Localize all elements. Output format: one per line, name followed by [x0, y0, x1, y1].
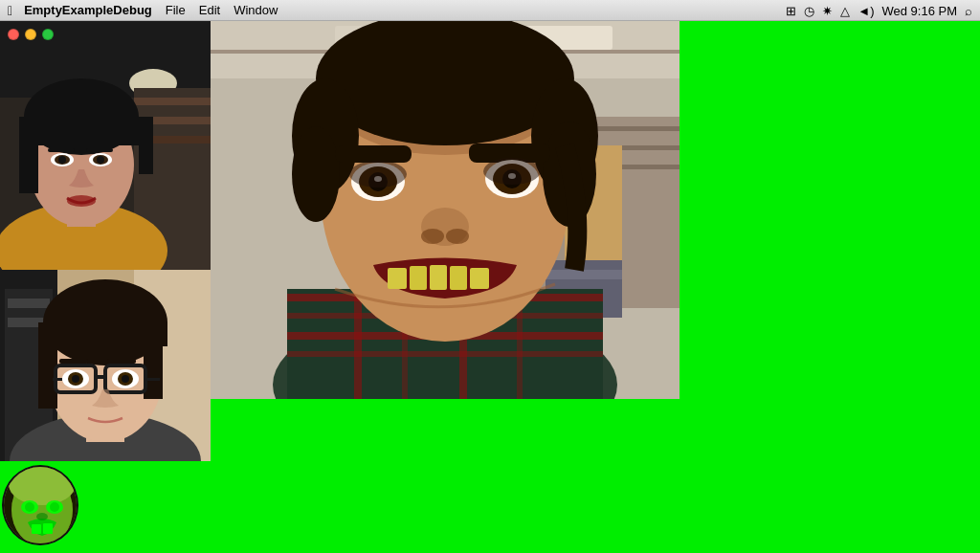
svg-point-22: [67, 195, 96, 207]
svg-rect-35: [546, 270, 622, 279]
menu-bar:  EmptyExampleDebug File Edit Window ⊞ ◷…: [0, 0, 980, 21]
svg-rect-90: [43, 322, 167, 346]
clock-icon[interactable]: ◷: [804, 4, 814, 18]
svg-rect-113: [32, 524, 41, 534]
edit-menu[interactable]: Edit: [199, 3, 220, 17]
time-display: Wed 9:16 PM: [881, 4, 957, 18]
green-screen-bottom: [211, 399, 679, 553]
maximize-button[interactable]: [42, 29, 54, 40]
svg-rect-21: [86, 148, 113, 152]
svg-point-55: [292, 126, 340, 222]
svg-point-71: [421, 229, 444, 244]
svg-rect-12: [19, 117, 38, 193]
svg-point-19: [97, 156, 104, 164]
svg-rect-20: [48, 148, 75, 152]
camera-feed-3-visual: [0, 270, 211, 461]
svg-rect-73: [388, 268, 407, 289]
svg-rect-95: [145, 378, 160, 381]
app-name-menu[interactable]: EmptyExampleDebug: [24, 3, 152, 17]
display-icon[interactable]: ⊞: [786, 4, 796, 18]
svg-rect-74: [410, 266, 427, 290]
minimize-button[interactable]: [25, 29, 36, 40]
svg-rect-58: [335, 145, 412, 163]
svg-point-68: [349, 161, 407, 188]
svg-rect-13: [139, 117, 153, 174]
svg-point-115: [36, 513, 48, 520]
svg-point-112: [50, 502, 59, 512]
apple-menu[interactable]: : [8, 3, 12, 18]
svg-rect-44: [287, 351, 603, 357]
svg-rect-103: [107, 359, 136, 364]
window-menu[interactable]: Window: [234, 3, 278, 17]
green-screen-right: [679, 21, 980, 553]
search-icon[interactable]: ⌕: [965, 4, 972, 18]
svg-point-98: [72, 375, 79, 383]
svg-rect-77: [470, 268, 489, 289]
svg-point-110: [25, 502, 34, 512]
camera-feed-1-visual: [0, 21, 211, 270]
traffic-lights: [8, 29, 54, 40]
svg-point-101: [122, 375, 129, 383]
volume-icon[interactable]: ◄): [858, 4, 874, 18]
svg-point-72: [446, 229, 469, 244]
svg-rect-102: [59, 359, 88, 364]
camera-panel-4: [2, 465, 78, 545]
svg-rect-45: [354, 289, 362, 399]
menubar-right-icons: ⊞ ◷ ✷ △ ◄) Wed 9:16 PM ⌕: [786, 0, 972, 21]
svg-rect-93: [96, 375, 105, 379]
svg-rect-75: [430, 265, 447, 290]
camera-panel-1: [0, 21, 211, 270]
file-menu[interactable]: File: [166, 3, 186, 17]
svg-point-16: [58, 156, 66, 164]
camera-panel-2: [211, 21, 679, 399]
wifi-icon[interactable]: △: [840, 4, 850, 18]
app-window: [0, 21, 980, 553]
bluetooth-icon[interactable]: ✷: [822, 4, 833, 18]
svg-rect-81: [8, 299, 50, 308]
svg-point-69: [483, 158, 541, 185]
svg-rect-4: [134, 98, 211, 105]
close-button[interactable]: [8, 29, 19, 40]
svg-rect-94: [53, 378, 62, 381]
svg-rect-76: [450, 266, 467, 290]
svg-rect-114: [43, 523, 53, 534]
camera-feed-2-visual: [211, 21, 679, 399]
camera-panel-3: [0, 270, 211, 461]
